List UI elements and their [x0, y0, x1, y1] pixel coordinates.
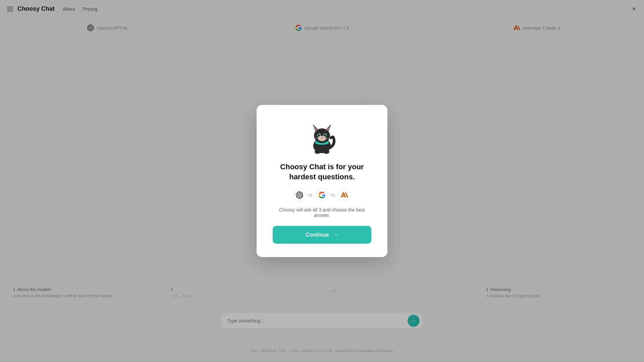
modal-overlay: Choosy Chat is for yourhardest questions…: [0, 0, 644, 362]
continue-button[interactable]: Continue →: [273, 226, 371, 244]
vs-text-1: vs.: [308, 193, 314, 197]
modal-google-logo: [315, 188, 329, 202]
svg-point-17: [319, 134, 320, 135]
modal-anthropic-logo: [338, 188, 351, 202]
welcome-modal: Choosy Chat is for yourhardest questions…: [257, 105, 387, 257]
vs-text-2: vs.: [330, 193, 336, 197]
cat-illustration: [304, 118, 340, 155]
svg-point-24: [315, 150, 321, 154]
modal-title: Choosy Chat is for yourhardest questions…: [280, 162, 364, 182]
svg-point-19: [321, 137, 323, 138]
modal-model-logos: vs. vs.: [293, 188, 352, 202]
continue-label: Continue: [306, 232, 329, 238]
continue-arrow-icon: →: [332, 231, 338, 238]
svg-point-18: [325, 134, 326, 135]
modal-openai-logo: [293, 188, 306, 202]
modal-subtitle: Choosy will ask all 3 and choose the bes…: [273, 207, 371, 218]
svg-point-25: [323, 150, 329, 154]
